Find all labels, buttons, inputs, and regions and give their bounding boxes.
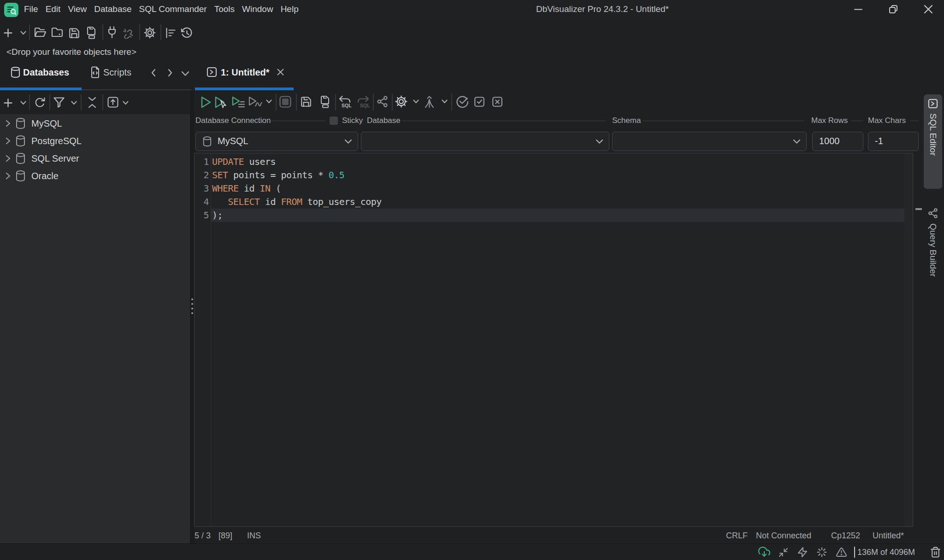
- menu-sql-commander[interactable]: SQL Commander: [139, 4, 207, 14]
- execute-buffer-button[interactable]: [231, 96, 245, 109]
- editor-settings-button[interactable]: [395, 95, 407, 108]
- sticky-checkbox[interactable]: [330, 117, 338, 125]
- tree-refresh-button[interactable]: [34, 97, 46, 108]
- tab-nav-forward-icon[interactable]: [166, 68, 174, 77]
- tree-collapse-all-button[interactable]: [88, 96, 97, 109]
- merge-rows-button[interactable]: [424, 95, 435, 109]
- stop-button[interactable]: [279, 95, 292, 108]
- tab-close-icon[interactable]: [277, 68, 284, 76]
- new-dropdown-chevron-icon[interactable]: [20, 31, 26, 35]
- editor-toolbar: SQL SQL: [195, 91, 926, 115]
- max-chars-label: Max Chars: [868, 116, 906, 125]
- settings-gear-button[interactable]: [144, 27, 156, 39]
- tree-row-oracle[interactable]: Oracle: [0, 167, 190, 185]
- svg-text:SQL: SQL: [360, 103, 370, 108]
- minimize-memory-icon[interactable]: [778, 547, 789, 558]
- minimize-button[interactable]: [848, 0, 869, 18]
- performance-icon[interactable]: [797, 547, 808, 558]
- tree-add-chevron-icon[interactable]: [20, 101, 26, 105]
- right-tab-strip: SQL Editor Query Builder: [922, 91, 944, 543]
- menu-help[interactable]: Help: [281, 4, 299, 14]
- execute-current-button[interactable]: [214, 96, 228, 109]
- tab-scripts[interactable]: Scripts: [103, 67, 131, 78]
- menu-bar: File Edit View Database SQL Commander To…: [24, 0, 299, 18]
- new-connection-button[interactable]: [4, 29, 12, 37]
- history-button[interactable]: [181, 27, 193, 39]
- menu-tools[interactable]: Tools: [214, 4, 235, 14]
- auto-commit-button[interactable]: [473, 96, 485, 108]
- settings-chevron-icon[interactable]: [413, 99, 419, 104]
- max-chars-input[interactable]: -1: [868, 132, 919, 151]
- visualize-query-button[interactable]: [376, 95, 389, 108]
- execute-explain-button[interactable]: [248, 96, 263, 109]
- menu-edit[interactable]: Edit: [46, 4, 61, 14]
- dbvisualizer-window: File Edit View Database SQL Commander To…: [0, 0, 944, 560]
- title-bar: File Edit View Database SQL Commander To…: [0, 0, 944, 18]
- restore-button[interactable]: [883, 0, 904, 18]
- memory-usage[interactable]: 136M of 4096M: [857, 548, 915, 557]
- updates-cloud-icon[interactable]: [758, 546, 770, 558]
- tree-toolbar: [0, 91, 190, 114]
- caret-stripe-marker: [915, 208, 922, 210]
- commit-button[interactable]: [455, 95, 468, 108]
- max-rows-value: 1000: [819, 136, 840, 146]
- menu-window[interactable]: Window: [242, 4, 273, 14]
- editor-save-as-button[interactable]: [319, 95, 332, 108]
- max-rows-input[interactable]: 1000: [812, 132, 863, 151]
- tree-filter-button[interactable]: [53, 97, 65, 108]
- tree-export-button[interactable]: [107, 96, 119, 108]
- warnings-icon[interactable]: [836, 547, 847, 558]
- tree-row-mysql[interactable]: MySQL: [0, 115, 190, 132]
- tree-row-postgresql[interactable]: PostgreSQL: [0, 132, 190, 150]
- sql-undo-button[interactable]: SQL: [338, 95, 352, 109]
- save-button[interactable]: [68, 27, 80, 39]
- tab-editor-untitled[interactable]: 1: Untitled*: [221, 67, 270, 78]
- tab-list-chevron-icon[interactable]: [181, 71, 190, 76]
- code-line-4: 4 SELECT id FROM top_users_copy: [195, 195, 913, 209]
- databases-tab-underline: [0, 88, 82, 90]
- tree-filter-chevron-icon[interactable]: [71, 101, 77, 105]
- monitor-levels-icon[interactable]: [165, 27, 177, 39]
- open-recent-button[interactable]: [51, 27, 64, 39]
- open-file-button[interactable]: [34, 27, 47, 39]
- connection-status: Not Connected: [756, 531, 811, 541]
- database-label: Database: [367, 116, 401, 125]
- sql-redo-button[interactable]: SQL: [356, 95, 370, 109]
- max-rows-label: Max Rows: [811, 116, 848, 125]
- encoding: Cp1252: [831, 531, 860, 541]
- gc-trash-icon[interactable]: [930, 546, 941, 558]
- tab-sql-editor[interactable]: SQL Editor: [924, 94, 942, 189]
- schema-select[interactable]: [612, 132, 807, 151]
- tab-databases[interactable]: Databases: [23, 67, 69, 78]
- save-as-button[interactable]: [86, 26, 98, 39]
- connection-select[interactable]: MySQL: [195, 132, 358, 151]
- insert-mode: INS: [247, 531, 261, 541]
- disconnect-link-icon[interactable]: [122, 28, 135, 39]
- menu-file[interactable]: File: [24, 4, 38, 14]
- app-logo-icon: [4, 3, 18, 17]
- tab-query-builder[interactable]: Query Builder: [924, 204, 942, 307]
- rollback-button[interactable]: [491, 96, 503, 108]
- sql-editor-area[interactable]: 1UPDATE users 2SET points = points * 0.5…: [194, 153, 913, 527]
- execute-dropdown-chevron-icon[interactable]: [266, 99, 272, 104]
- tree-row-sqlserver[interactable]: SQL Server: [0, 150, 190, 167]
- editor-save-button[interactable]: [300, 96, 312, 108]
- tree-add-button[interactable]: [4, 99, 12, 107]
- merge-chevron-icon[interactable]: [442, 99, 448, 104]
- memory-caret: [854, 547, 855, 558]
- favorites-drop-area: <Drop your favorite objects here>: [6, 42, 136, 62]
- connect-plug-button[interactable]: [107, 26, 117, 40]
- code-line-2: 2SET points = points * 0.5: [195, 169, 913, 182]
- editor-tab-underline: [195, 88, 294, 90]
- menu-database[interactable]: Database: [94, 4, 131, 14]
- execute-button[interactable]: [201, 96, 212, 109]
- app-status-bar: 136M of 4096M: [0, 543, 944, 560]
- window-title: DbVisualizer Pro 24.3.2 - Untitled*: [536, 0, 669, 18]
- menu-view[interactable]: View: [68, 4, 87, 14]
- tree-export-chevron-icon[interactable]: [123, 101, 129, 105]
- tab-nav-back-icon[interactable]: [150, 68, 157, 77]
- database-select[interactable]: [361, 132, 609, 151]
- code-line-1: 1UPDATE users: [195, 155, 913, 169]
- main-toolbar: [0, 18, 944, 42]
- close-button[interactable]: [918, 0, 939, 18]
